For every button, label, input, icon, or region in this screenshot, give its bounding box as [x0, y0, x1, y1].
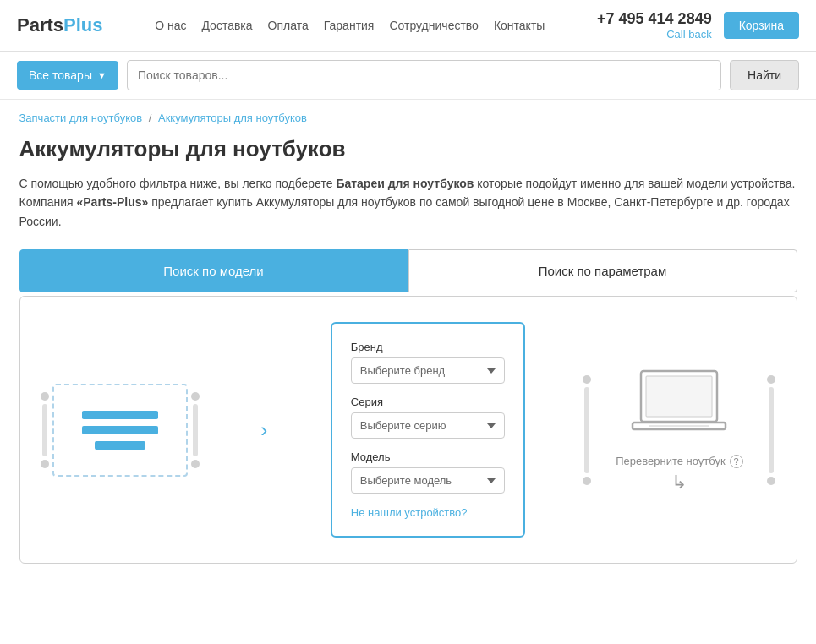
search-tabs: Поиск по модели Поиск по параметрам	[19, 249, 797, 292]
chevron-down-icon: ▼	[97, 70, 107, 80]
search-button[interactable]: Найти	[730, 60, 799, 90]
call-back-link[interactable]: Call back	[597, 28, 712, 41]
svg-rect-1	[646, 376, 712, 417]
filter-form: Бренд Выберите бренд Серия Выберите сери…	[331, 322, 525, 538]
nav-about[interactable]: О нас	[155, 19, 186, 32]
bar-r2	[769, 387, 774, 473]
bottom-dot-r1	[583, 477, 591, 485]
search-input[interactable]	[127, 60, 721, 90]
flip-arrow-icon: ↳	[671, 472, 687, 494]
desc-bold-2: «Parts-Plus»	[76, 195, 148, 209]
laptop-icon	[624, 367, 734, 443]
left-side-col-right	[579, 367, 594, 494]
top-dot-r1	[583, 375, 591, 384]
model-group: Модель Выберите модель	[351, 450, 505, 494]
tabs-container: Поиск по модели Поиск по параметрам	[19, 249, 797, 292]
brand-group: Бренд Выберите бренд	[351, 341, 505, 384]
main-nav: О нас Доставка Оплата Гарантия Сотруднич…	[155, 19, 545, 32]
model-label: Модель	[351, 450, 505, 463]
bottom-dot-r2	[767, 477, 775, 485]
breadcrumb-separator: /	[149, 112, 152, 124]
main-content: Запчасти для ноутбуков / Аккумуляторы дл…	[3, 100, 814, 576]
laptop-right-area: Переверните ноутбук ? ↳	[594, 367, 764, 494]
nav-delivery[interactable]: Доставка	[201, 19, 252, 32]
logo-plus: Plus	[63, 14, 102, 35]
right-side-col-r	[764, 367, 779, 494]
lp-line-2	[82, 426, 158, 434]
left-panel	[37, 384, 198, 477]
flip-hint: Переверните ноутбук ?	[616, 455, 742, 468]
brand-select[interactable]: Выберите бренд	[351, 357, 505, 384]
not-found-link[interactable]: Не нашли устройство?	[351, 506, 468, 519]
brand-label: Бренд	[351, 341, 505, 353]
right-panel: Переверните ноутбук ? ↳	[579, 367, 779, 494]
left-bar	[42, 404, 47, 456]
laptop-left-area	[52, 384, 188, 477]
laptop-hint-area: Переверните ноутбук ? ↳	[616, 455, 742, 494]
right-side-col-left	[188, 384, 203, 477]
logo-parts: Parts	[17, 14, 63, 35]
page-description: С помощью удобного фильтра ниже, вы легк…	[19, 174, 797, 231]
nav-payment[interactable]: Оплата	[268, 19, 309, 32]
filter-inner: › Бренд Выберите бренд Серия Выберите се…	[37, 322, 780, 538]
bottom-dot-mid	[191, 460, 200, 468]
tab-model-search[interactable]: Поиск по модели	[19, 249, 408, 292]
phone-block: +7 495 414 2849 Call back	[597, 10, 712, 41]
left-side-col	[37, 384, 52, 477]
bottom-dot-left	[41, 460, 49, 468]
breadcrumb-item-2[interactable]: Аккумуляторы для ноутбуков	[158, 112, 307, 124]
flip-text-label: Переверните ноутбук	[616, 455, 725, 467]
top-dot-left	[41, 392, 49, 401]
series-select[interactable]: Выберите серию	[351, 412, 505, 439]
site-header: PartsPlus О нас Доставка Оплата Гарантия…	[0, 0, 816, 52]
bar-r1	[584, 387, 589, 473]
tab-param-search[interactable]: Поиск по параметрам	[408, 249, 797, 292]
top-dot-mid	[191, 392, 200, 401]
nav-contacts[interactable]: Контакты	[494, 19, 545, 32]
breadcrumb-item-1[interactable]: Запчасти для ноутбуков	[19, 112, 143, 124]
all-goods-label: Все товары	[29, 68, 92, 82]
desc-text-1: С помощью удобного фильтра ниже, вы легк…	[19, 177, 337, 190]
desc-bold-1: Батареи для ноутбуков	[336, 177, 474, 190]
lp-line-1	[82, 411, 158, 419]
series-group: Серия Выберите серию	[351, 396, 505, 439]
top-dot-r2	[767, 375, 775, 384]
arrow-right-icon: ›	[260, 418, 267, 442]
cart-button[interactable]: Корзина	[724, 12, 799, 39]
page-title: Аккумуляторы для ноутбуков	[19, 136, 797, 162]
nav-warranty[interactable]: Гарантия	[324, 19, 375, 32]
site-logo[interactable]: PartsPlus	[17, 14, 103, 36]
nav-partners[interactable]: Сотрудничество	[389, 19, 478, 32]
series-label: Серия	[351, 396, 505, 408]
all-goods-button[interactable]: Все товары ▼	[17, 61, 118, 90]
phone-number: +7 495 414 2849	[597, 10, 712, 28]
filter-box: › Бренд Выберите бренд Серия Выберите се…	[19, 296, 797, 564]
laptop-placeholder	[52, 384, 188, 477]
search-bar: Все товары ▼ Найти	[0, 52, 816, 100]
breadcrumb: Запчасти для ноутбуков / Аккумуляторы дл…	[19, 112, 797, 124]
header-right: +7 495 414 2849 Call back Корзина	[597, 10, 799, 41]
question-icon[interactable]: ?	[730, 455, 743, 468]
lp-line-3	[95, 441, 145, 450]
mid-bar	[193, 404, 198, 456]
model-select[interactable]: Выберите модель	[351, 467, 505, 494]
